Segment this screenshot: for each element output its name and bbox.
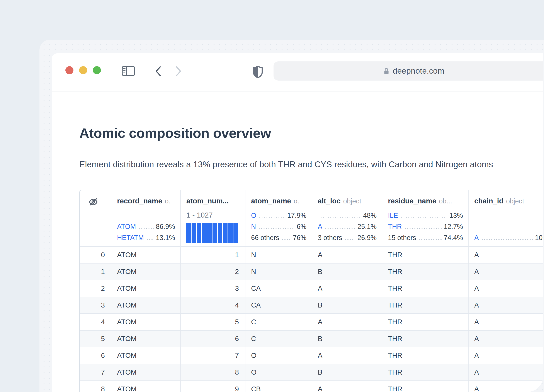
cell-chain-id: A bbox=[469, 264, 543, 280]
cell-atom-number: 7 bbox=[181, 347, 245, 364]
table-row[interactable]: 7 ATOM 8 O B THR A bbox=[80, 364, 543, 380]
table-row[interactable]: 8 ATOM 9 CB A THR A bbox=[80, 380, 543, 392]
stat-value: 12.7% bbox=[444, 223, 463, 231]
column-type: o. bbox=[165, 197, 171, 205]
cell-alt-loc: A bbox=[312, 280, 382, 297]
cell-record-name: ATOM bbox=[111, 297, 181, 313]
cell-atom-number: 9 bbox=[181, 381, 245, 392]
table-row[interactable]: 6 ATOM 7 O A THR A bbox=[80, 347, 543, 364]
cell-residue-name: THR bbox=[382, 314, 469, 330]
row-index: 3 bbox=[80, 297, 111, 313]
dotted-leader bbox=[418, 239, 442, 240]
column-stats: A100% bbox=[474, 232, 543, 243]
address-bar[interactable]: deepnote.com bbox=[273, 61, 543, 81]
cell-atom-name: N bbox=[245, 264, 312, 280]
column-type: ob... bbox=[439, 197, 452, 205]
page-title: Atomic composition overview bbox=[79, 125, 271, 142]
cell-residue-name: THR bbox=[382, 331, 469, 347]
row-index: 6 bbox=[80, 347, 111, 364]
row-index: 1 bbox=[80, 264, 111, 280]
back-icon[interactable] bbox=[155, 66, 161, 76]
cell-alt-loc: B bbox=[312, 331, 382, 347]
hide-columns-header-cell[interactable] bbox=[80, 190, 111, 246]
column-name: alt_loc bbox=[318, 197, 341, 205]
url-text: deepnote.com bbox=[393, 66, 444, 75]
stat-value: 17.9% bbox=[287, 212, 307, 219]
column-header-chain-id[interactable]: chain_id object A100% bbox=[469, 190, 543, 246]
forward-icon[interactable] bbox=[175, 66, 182, 76]
cell-residue-name: THR bbox=[382, 280, 469, 297]
column-header-atom-name[interactable]: atom_name o. O17.9% N6% 66 others76% bbox=[245, 190, 312, 246]
cell-alt-loc: A bbox=[312, 314, 382, 330]
histogram bbox=[186, 223, 238, 243]
row-index: 5 bbox=[80, 331, 111, 347]
dotted-leader bbox=[138, 228, 154, 229]
close-window-button[interactable] bbox=[65, 66, 73, 74]
cell-alt-loc: B bbox=[312, 297, 382, 313]
dotted-leader bbox=[320, 216, 361, 218]
stat-label: O bbox=[251, 212, 256, 219]
cell-atom-number: 3 bbox=[181, 280, 245, 297]
cell-alt-loc: A bbox=[312, 347, 382, 364]
stat-label: 3 others bbox=[318, 234, 342, 242]
stat-value: 13.1% bbox=[156, 234, 175, 242]
page-subtitle: Element distribution reveals a 13% prese… bbox=[79, 159, 493, 171]
cell-chain-id: A bbox=[469, 280, 543, 297]
column-name: record_name bbox=[117, 197, 162, 205]
column-header-residue-name[interactable]: residue_name ob... ILE13% THR12.7% 15 ot… bbox=[382, 190, 469, 246]
row-index: 7 bbox=[80, 364, 111, 380]
table-row[interactable]: 4 ATOM 5 C A THR A bbox=[80, 313, 543, 330]
table-row[interactable]: 3 ATOM 4 CA B THR A bbox=[80, 297, 543, 313]
table-row[interactable]: 1 ATOM 2 N B THR A bbox=[80, 263, 543, 280]
column-type: object bbox=[343, 197, 361, 205]
cell-record-name: ATOM bbox=[111, 347, 181, 364]
cell-chain-id: A bbox=[469, 347, 543, 364]
column-stats: ILE13% THR12.7% 15 others74.4% bbox=[388, 210, 463, 243]
dotted-leader bbox=[400, 216, 447, 218]
cell-atom-name: CA bbox=[245, 280, 312, 297]
table-row[interactable]: 2 ATOM 3 CA A THR A bbox=[80, 280, 543, 297]
cell-atom-name: C bbox=[245, 331, 312, 347]
cell-record-name: ATOM bbox=[111, 314, 181, 330]
cell-atom-name: CA bbox=[245, 297, 312, 313]
table-row[interactable]: 5 ATOM 6 C B THR A bbox=[80, 330, 543, 347]
cell-residue-name: THR bbox=[382, 381, 469, 392]
cell-record-name: ATOM bbox=[111, 364, 181, 380]
stat-value: 25.1% bbox=[357, 223, 377, 231]
stat-value: 48% bbox=[363, 212, 377, 219]
column-name: residue_name bbox=[388, 197, 436, 205]
column-name: atom_num... bbox=[186, 197, 229, 205]
dotted-leader bbox=[404, 228, 442, 229]
cell-alt-loc: B bbox=[312, 264, 382, 280]
cell-atom-number: 8 bbox=[181, 364, 245, 380]
dotted-leader bbox=[146, 239, 154, 240]
column-name: chain_id bbox=[474, 197, 503, 205]
dataframe-table: record_name o. ATOM86.9% HETATM13.1% ato… bbox=[79, 190, 543, 392]
minimize-window-button[interactable] bbox=[79, 66, 87, 74]
cell-chain-id: A bbox=[469, 381, 543, 392]
cell-residue-name: THR bbox=[382, 264, 469, 280]
zoom-window-button[interactable] bbox=[93, 66, 101, 74]
row-index: 4 bbox=[80, 314, 111, 330]
column-header-record-name[interactable]: record_name o. ATOM86.9% HETATM13.1% bbox=[111, 190, 181, 246]
cell-chain-id: A bbox=[469, 297, 543, 313]
stat-label: ATOM bbox=[117, 223, 136, 231]
cell-alt-loc: A bbox=[312, 247, 382, 263]
cell-atom-name: O bbox=[245, 364, 312, 380]
cell-atom-number: 4 bbox=[181, 297, 245, 313]
shield-icon[interactable] bbox=[252, 65, 263, 78]
cell-residue-name: THR bbox=[382, 347, 469, 364]
sidebar-toggle-icon[interactable] bbox=[122, 66, 135, 76]
column-header-atom-number[interactable]: atom_num... 1 - 1027 bbox=[181, 190, 245, 246]
stat-value: 6% bbox=[297, 223, 307, 231]
cell-chain-id: A bbox=[469, 364, 543, 380]
column-header-alt-loc[interactable]: alt_loc object 48% A25.1% 3 others26.9% bbox=[312, 190, 382, 246]
cell-atom-name: CB bbox=[245, 381, 312, 392]
table-row[interactable]: 0 ATOM 1 N A THR A bbox=[80, 246, 543, 263]
table-header-row: record_name o. ATOM86.9% HETATM13.1% ato… bbox=[80, 190, 543, 246]
browser-window: deepnote.com Atomic composition overview… bbox=[52, 53, 543, 392]
cell-chain-id: A bbox=[469, 314, 543, 330]
dotted-leader bbox=[325, 228, 355, 229]
cell-residue-name: THR bbox=[382, 247, 469, 263]
stat-label: HETATM bbox=[117, 234, 144, 242]
